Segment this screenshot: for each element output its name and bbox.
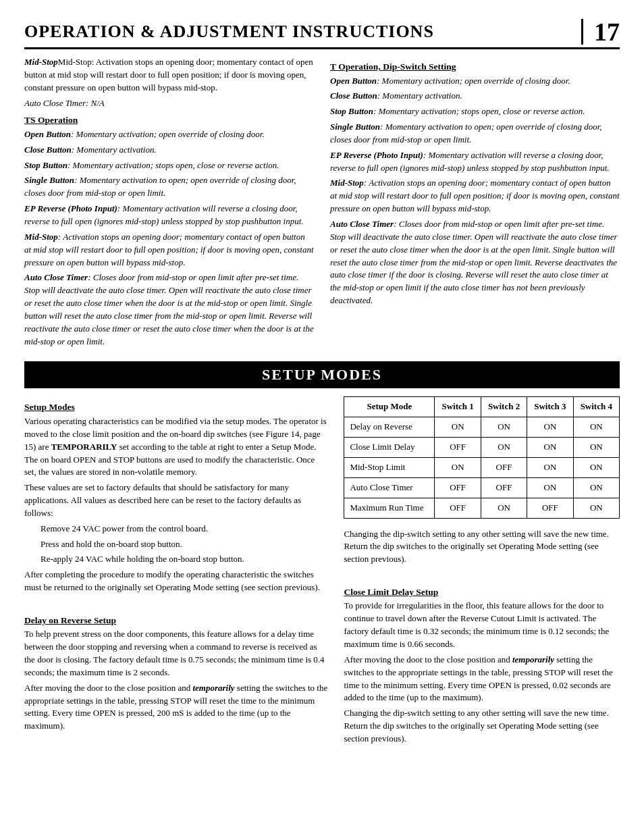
top-left-intro: Mid-StopMid-Stop: Activation stops an op… <box>24 56 314 95</box>
col-left: Mid-StopMid-Stop: Activation stops an op… <box>24 56 314 350</box>
t-operation-title: T Operation, Dip-Switch Setting <box>330 60 620 74</box>
table-cell-switch: OFF <box>435 477 481 498</box>
step2: Press and hold the on-board stop button. <box>24 538 327 551</box>
tr-mid-stop: Mid-Stop: Activation stops an opening do… <box>330 177 620 215</box>
table-cell-mode: Delay on Reverse <box>344 417 435 438</box>
tr-auto-close: Auto Close Timer: Closes door from mid-s… <box>330 218 620 307</box>
col-right: T Operation, Dip-Switch Setting Open But… <box>330 56 620 350</box>
delay-on-reverse-title: Delay on Reverse Setup <box>24 614 327 627</box>
after-completing: After completing the procedure to modify… <box>24 569 327 594</box>
table-cell-switch: OFF <box>527 498 573 518</box>
table-row: Delay on ReverseONONONON <box>344 417 620 438</box>
setup-modes-title: Setup Modes <box>24 400 327 414</box>
ts-operation-title: TS Operation <box>24 113 314 127</box>
tr-close-button: Close Button: Momentary activation. <box>330 90 620 103</box>
table-row: Auto Close TimerOFFOFFONON <box>344 477 620 498</box>
dip-switch-note: Changing the dip-switch setting to any o… <box>344 528 620 567</box>
delay-procedure: After moving the door to the close posit… <box>24 682 327 733</box>
table-cell-switch: ON <box>435 417 481 438</box>
setup-table: Setup Mode Switch 1 Switch 2 Switch 3 Sw… <box>344 396 620 518</box>
table-cell-mode: Maximum Run Time <box>344 498 435 518</box>
tl-single-button: Single Button: Momentary activation to o… <box>24 174 314 200</box>
table-cell-switch: ON <box>573 498 619 518</box>
table-cell-switch: ON <box>527 477 573 498</box>
table-cell-mode: Mid-Stop Limit <box>344 457 435 477</box>
table-header-mode: Setup Mode <box>344 397 435 417</box>
tl-auto-close-full: Auto Close Timer: Closes door from mid-s… <box>24 271 314 348</box>
table-cell-switch: ON <box>481 417 527 438</box>
page-number: 17 <box>581 19 620 45</box>
table-cell-switch: ON <box>481 438 527 458</box>
table-cell-switch: OFF <box>481 457 527 477</box>
table-row: Mid-Stop LimitONOFFONON <box>344 457 620 477</box>
table-cell-switch: ON <box>527 457 573 477</box>
bottom-section: Setup Modes Various operating characteri… <box>24 396 620 748</box>
tl-close-button: Close Button: Momentary activation. <box>24 144 314 157</box>
table-cell-switch: ON <box>435 457 481 477</box>
table-cell-switch: OFF <box>435 438 481 458</box>
table-header-sw4: Switch 4 <box>573 397 619 417</box>
table-cell-switch: ON <box>573 477 619 498</box>
top-section: Mid-StopMid-Stop: Activation stops an op… <box>24 56 620 350</box>
close-limit-title: Close Limit Delay Setup <box>344 585 620 599</box>
table-cell-switch: ON <box>573 417 619 438</box>
table-cell-mode: Close Limit Delay <box>344 438 435 458</box>
delay-on-reverse-body: To help prevent stress on the door compo… <box>24 628 327 679</box>
auto-close-timer-na: Auto Close Timer: N/A <box>24 97 314 110</box>
table-cell-switch: ON <box>481 498 527 518</box>
step3: Re-apply 24 VAC while holding the on-boa… <box>24 553 327 566</box>
table-cell-switch: ON <box>573 457 619 477</box>
step1: Remove 24 VAC power from the control boa… <box>24 523 327 536</box>
bottom-left: Setup Modes Various operating characteri… <box>24 396 327 748</box>
setup-modes-banner: SETUP MODES <box>24 361 620 388</box>
table-cell-switch: ON <box>527 438 573 458</box>
tr-open-button: Open Button: Momentary activation; open … <box>330 75 620 88</box>
table-cell-switch: OFF <box>481 477 527 498</box>
tl-open-button: Open Button: Momentary activation; open … <box>24 128 314 141</box>
table-row: Close Limit DelayOFFONONON <box>344 438 620 458</box>
table-cell-switch: ON <box>527 417 573 438</box>
table-cell-switch: ON <box>573 438 619 458</box>
page-title: OPERATION & ADJUSTMENT INSTRUCTIONS <box>24 22 574 42</box>
tr-stop-button: Stop Button: Momentary activation; stops… <box>330 105 620 118</box>
tl-ep-reverse: EP Reverse (Photo Input): Momentary acti… <box>24 203 314 228</box>
page-header: OPERATION & ADJUSTMENT INSTRUCTIONS 17 <box>24 19 620 49</box>
tl-stop-button: Stop Button: Momentary activation; stops… <box>24 159 314 172</box>
close-limit-note: Changing the dip-switch setting to any o… <box>344 707 620 746</box>
table-header-sw2: Switch 2 <box>481 397 527 417</box>
table-cell-mode: Auto Close Timer <box>344 477 435 498</box>
setup-modes-body: Various operating characteristics can be… <box>24 415 327 479</box>
close-limit-body: To provide for irregularities in the flo… <box>344 600 620 650</box>
bottom-right: Setup Mode Switch 1 Switch 2 Switch 3 Sw… <box>344 396 620 748</box>
table-cell-switch: OFF <box>435 498 481 518</box>
close-limit-procedure: After moving the door to the close posit… <box>344 654 620 704</box>
tr-single-button: Single Button: Momentary activation to o… <box>330 121 620 147</box>
table-header-sw3: Switch 3 <box>527 397 573 417</box>
tr-ep-reverse: EP Reverse (Photo Input): Momentary acti… <box>330 149 620 175</box>
tl-mid-stop: Mid-Stop: Activation stops an opening do… <box>24 231 314 269</box>
factory-defaults: These values are set to factory defaults… <box>24 481 327 520</box>
table-row: Maximum Run TimeOFFONOFFON <box>344 498 620 518</box>
table-header-sw1: Switch 1 <box>435 397 481 417</box>
